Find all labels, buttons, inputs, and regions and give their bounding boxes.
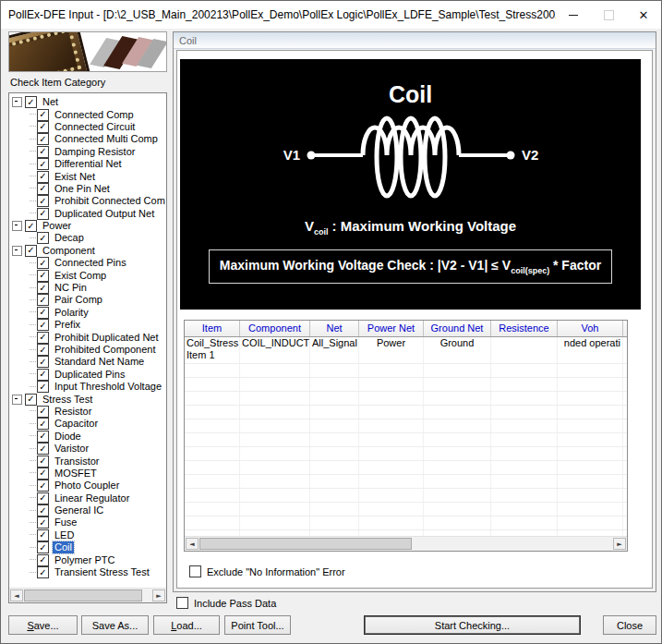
tree-expander-icon[interactable] (12, 221, 22, 231)
tree-item-connected-multi-comp[interactable]: ✓Connected Multi Comp (12, 133, 165, 145)
table-row-empty[interactable] (185, 406, 627, 419)
tree-item-photo-coupler[interactable]: ✓Photo Coupler (12, 480, 165, 492)
table-row-empty[interactable] (185, 516, 627, 530)
tree-item-label[interactable]: Damping Resistor (53, 146, 137, 158)
table-cell[interactable]: COIL_INDUCTOR (240, 337, 310, 363)
tree-item-label[interactable]: Connected Multi Comp (53, 133, 160, 145)
checkbox-checked-icon[interactable]: ✓ (37, 171, 49, 183)
checkbox-unchecked-icon[interactable] (176, 597, 188, 609)
table-row-empty[interactable] (185, 433, 627, 447)
column-header-component[interactable]: Component (240, 321, 310, 336)
title-bar[interactable]: PollEx-DFE Input - [D:\2_USB_Main_200213… (1, 1, 661, 29)
tree-item-label[interactable]: Duplicated Output Net (53, 208, 156, 220)
checkbox-checked-icon[interactable]: ✓ (37, 294, 49, 306)
checkbox-checked-icon[interactable]: ✓ (37, 480, 49, 492)
point-tool-button[interactable]: Point Tool... (224, 615, 291, 635)
tree-item-transistor[interactable]: ✓Transistor (12, 455, 165, 467)
checkbox-checked-icon[interactable]: ✓ (37, 332, 49, 344)
checkbox-checked-icon[interactable]: ✓ (37, 541, 49, 553)
include-pass-data-checkbox[interactable]: Include Pass Data (176, 597, 276, 609)
tree-item-label[interactable]: Resistor (53, 406, 93, 418)
checkbox-checked-icon[interactable]: ✓ (37, 109, 49, 121)
checkbox-checked-icon[interactable]: ✓ (37, 232, 49, 244)
checkbox-checked-icon[interactable]: ✓ (37, 516, 49, 529)
tree-item-label[interactable]: Fuse (53, 516, 78, 529)
table-row-empty[interactable] (185, 419, 627, 433)
checkbox-checked-icon[interactable]: ✓ (37, 319, 49, 331)
tree-item-label[interactable]: Linear Regulator (53, 492, 131, 504)
column-header-power-net[interactable]: Power Net (359, 321, 424, 336)
tree-expander-icon[interactable] (12, 97, 22, 107)
checkbox-checked-icon[interactable]: ✓ (37, 208, 49, 220)
tree-item-prohibited-component[interactable]: ✓Prohibited Component (12, 344, 165, 356)
tree-item-label[interactable]: Transient Stress Test (53, 566, 151, 578)
checkbox-checked-icon[interactable]: ✓ (37, 121, 49, 133)
column-header-resistence[interactable]: Resistence (491, 321, 558, 336)
tree-item-label[interactable]: Prefix (53, 319, 82, 331)
tree-item-label[interactable]: NC Pin (53, 282, 89, 294)
column-header-ground-net[interactable]: Ground Net (424, 321, 491, 336)
checkbox-checked-icon[interactable]: ✓ (37, 456, 49, 468)
tree-item-standard-net-name[interactable]: ✓Standard Net Name (12, 356, 165, 368)
column-header-item[interactable]: Item (185, 321, 240, 336)
tree-item-prohibit-duplicated-net[interactable]: ✓Prohibit Duplicated Net (12, 331, 165, 343)
tree-item-label[interactable]: Connected Circuit (53, 121, 137, 133)
tree-item-label[interactable]: MOSFET (53, 468, 99, 480)
tree-item-label[interactable]: Power (41, 220, 73, 232)
checkbox-checked-icon[interactable]: ✓ (37, 158, 49, 170)
table-row-empty[interactable] (185, 461, 627, 475)
tree-item-label[interactable]: Coil (53, 541, 74, 553)
tree-item-damping-resistor[interactable]: ✓Damping Resistor (12, 146, 165, 158)
table-cell[interactable]: Coil_Stress Item 1 (185, 337, 240, 363)
tree-item-label[interactable]: Connected Comp (53, 109, 136, 121)
tree-item-resistor[interactable]: ✓Resistor (12, 406, 165, 418)
table-cell[interactable]: nded operati (558, 337, 623, 363)
checkbox-checked-icon[interactable]: ✓ (37, 554, 49, 566)
tree-item-label[interactable]: Exist Net (53, 171, 97, 183)
tree-item-duplicated-pins[interactable]: ✓Duplicated Pins (12, 369, 165, 381)
tree-item-linear-regulator[interactable]: ✓Linear Regulator (12, 492, 165, 504)
checkbox-checked-icon[interactable]: ✓ (37, 282, 49, 294)
tree-item-prohibit-connected-comp[interactable]: ✓Prohibit Connected Comp (12, 195, 165, 207)
column-header-net[interactable]: Net (310, 321, 359, 336)
checkbox-checked-icon[interactable]: ✓ (37, 431, 49, 443)
checkbox-checked-icon[interactable]: ✓ (37, 492, 49, 504)
table-horizontal-scrollbar[interactable]: ◄ ► (185, 536, 627, 551)
tree-item-decap[interactable]: ✓Decap (12, 232, 165, 244)
tree-item-label[interactable]: Polarity (53, 307, 90, 319)
tree-item-exist-comp[interactable]: ✓Exist Comp (12, 269, 165, 281)
checkbox-checked-icon[interactable]: ✓ (37, 146, 49, 158)
tree-item-capacitor[interactable]: ✓Capacitor (12, 418, 165, 430)
scroll-right-icon[interactable]: ► (613, 538, 626, 550)
checkbox-checked-icon[interactable]: ✓ (37, 418, 49, 430)
tree-item-one-pin-net[interactable]: ✓One Pin Net (12, 183, 165, 195)
checkbox-checked-icon[interactable]: ✓ (37, 566, 49, 578)
tree-item-label[interactable]: Prohibited Component (53, 344, 157, 356)
tree-item-label[interactable]: Prohibit Connected Comp (53, 195, 165, 207)
tree-item-input-threshold-voltage[interactable]: ✓Input Threshold Voltage (12, 381, 165, 393)
scroll-right-icon[interactable]: ► (152, 589, 165, 601)
tree-item-label[interactable]: LED (53, 529, 76, 541)
tree-item-stress-test[interactable]: ✓Stress Test (12, 393, 165, 405)
checkbox-checked-icon[interactable]: ✓ (25, 220, 37, 232)
tree-item-mosfet[interactable]: ✓MOSFET (12, 468, 165, 480)
table-header-row[interactable]: ItemComponentNetPower NetGround NetResis… (185, 321, 627, 337)
table-row[interactable]: Coil_Stress Item 1COIL_INDUCTORAll_Signa… (185, 337, 627, 364)
tree-item-transient-stress-test[interactable]: ✓Transient Stress Test (12, 566, 165, 578)
tree-item-label[interactable]: Pair Comp (53, 294, 104, 306)
checkbox-checked-icon[interactable]: ✓ (37, 183, 49, 195)
tree-item-label[interactable]: Input Threshold Voltage (53, 381, 163, 393)
tree-item-coil[interactable]: ✓Coil (12, 541, 165, 553)
table-row-empty[interactable] (185, 392, 627, 406)
checkbox-checked-icon[interactable]: ✓ (37, 369, 49, 381)
tree-item-label[interactable]: One Pin Net (53, 183, 112, 195)
save-as-button[interactable]: Save As... (81, 615, 149, 635)
scroll-left-icon[interactable]: ◄ (10, 589, 23, 601)
tree-horizontal-scrollbar[interactable]: ◄ ► (9, 588, 166, 602)
tree-item-general-ic[interactable]: ✓General IC (12, 504, 165, 516)
tree-item-power[interactable]: ✓Power (12, 220, 165, 232)
tree-item-led[interactable]: ✓LED (12, 529, 165, 541)
table-cell[interactable] (491, 337, 558, 363)
tree-item-label[interactable]: Prohibit Duplicated Net (53, 332, 161, 344)
checkbox-checked-icon[interactable]: ✓ (37, 307, 49, 319)
